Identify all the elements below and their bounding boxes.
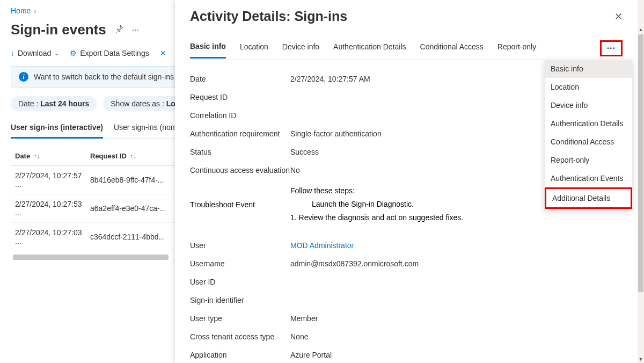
page-title: Sign-in events [11, 21, 106, 38]
menu-item-conditional-access[interactable]: Conditional Access [545, 133, 632, 151]
close-icon[interactable]: ✕ [614, 11, 623, 23]
more-tabs-button[interactable]: ··· [600, 40, 623, 56]
label-correlation-id: Correlation ID [190, 111, 290, 120]
value-username: admin@msdx087392.onmicrosoft.com [290, 259, 623, 268]
value-application: Azure Portal [290, 351, 623, 359]
sort-icon[interactable]: ↑↓ [130, 153, 136, 160]
label-date: Date [190, 75, 290, 83]
menu-item-auth-events[interactable]: Authentication Events [545, 169, 632, 187]
more-icon[interactable]: ··· [132, 25, 139, 35]
tab-location[interactable]: Location [240, 42, 268, 57]
troubleshoot-step: 1. Review the diagnosis and act on sugge… [290, 211, 623, 224]
menu-item-auth-details[interactable]: Authentication Details [545, 114, 632, 133]
value-user-link[interactable]: MOD Administrator [290, 241, 354, 250]
tool-icon[interactable]: ✕ [160, 49, 166, 57]
panel-tabs: Basic info Location Device info Authenti… [190, 40, 623, 60]
menu-item-basic-info[interactable]: Basic info [545, 60, 632, 78]
label-cae: Continuous access evaluation [190, 166, 290, 175]
banner-text: Want to switch back to the default sign-… [34, 72, 196, 81]
chevron-down-icon: ⌄ [54, 50, 59, 57]
filter-date[interactable]: Date : Last 24 hours [11, 96, 97, 111]
label-username: Username [190, 259, 290, 268]
vertical-scrollbar[interactable]: ▲ ▼ [638, 0, 644, 363]
menu-item-additional-details[interactable]: Additional Details [545, 187, 632, 209]
info-icon: i [19, 72, 28, 82]
tab-auth-details[interactable]: Authentication Details [333, 42, 406, 57]
tab-device-info[interactable]: Device info [282, 42, 319, 57]
download-icon: ↓ [11, 49, 14, 57]
chevron-right-icon: › [34, 6, 36, 15]
tab-conditional-access[interactable]: Conditional Access [420, 42, 484, 57]
panel-title: Activity Details: Sign-ins [190, 9, 347, 24]
label-request-id: Request ID [190, 93, 290, 101]
horizontal-scrollbar[interactable] [13, 255, 169, 260]
tab-noninteractive[interactable]: User sign-ins (non [114, 119, 175, 139]
label-signin-identifier: Sign-in identifier [190, 296, 290, 304]
menu-item-device-info[interactable]: Device info [545, 96, 632, 114]
tab-interactive[interactable]: User sign-ins (interactive) [11, 119, 103, 139]
label-status: Status [190, 148, 290, 156]
export-settings-button[interactable]: ⚙ Export Data Settings [70, 49, 149, 57]
menu-item-location[interactable]: Location [545, 78, 632, 96]
launch-diagnostic-link[interactable]: Launch the Sign-in Diagnostic. [312, 200, 414, 208]
tab-report-only[interactable]: Report-only [497, 42, 536, 57]
value-user-type: Member [290, 314, 623, 323]
value-signin-identifier [290, 296, 623, 304]
tab-basic-info[interactable]: Basic info [190, 42, 226, 59]
label-user-type: User type [190, 314, 290, 323]
label-user-id: User ID [190, 278, 290, 286]
scroll-down-icon[interactable]: ▼ [638, 355, 644, 363]
scroll-thumb[interactable] [638, 34, 643, 292]
label-cross-tenant: Cross tenant access type [190, 332, 290, 341]
label-auth-requirement: Authentication requirement [190, 129, 290, 138]
pin-icon[interactable] [115, 25, 123, 35]
breadcrumb-home[interactable]: Home [11, 6, 31, 15]
label-user: User [190, 241, 290, 250]
value-cross-tenant: None [290, 332, 623, 341]
value-user-id [290, 278, 623, 286]
tabs-overflow-menu: Basic info Location Device info Authenti… [545, 60, 632, 209]
download-button[interactable]: ↓ Download ⌄ [11, 49, 59, 57]
sort-icon[interactable]: ↑↓ [33, 153, 40, 160]
col-date[interactable]: Date [15, 152, 30, 160]
gear-icon: ⚙ [70, 49, 77, 57]
label-troubleshoot: Troubleshoot Event [190, 184, 290, 225]
col-request-id[interactable]: Request ID [90, 152, 127, 160]
label-application: Application [190, 351, 290, 359]
scroll-up-icon[interactable]: ▲ [638, 26, 644, 33]
menu-item-report-only[interactable]: Report-only [545, 151, 632, 169]
